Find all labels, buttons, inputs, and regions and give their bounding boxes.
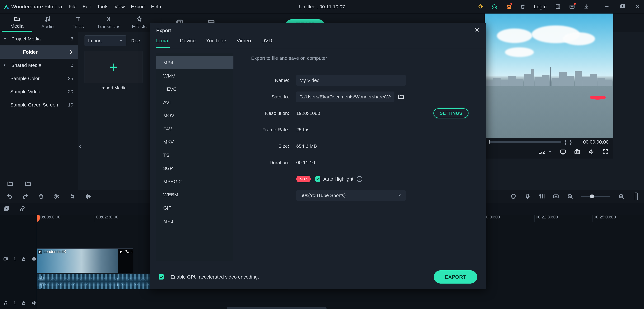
tab-vimeo[interactable]: Vimeo — [236, 38, 251, 47]
zoom-in-icon[interactable] — [618, 193, 624, 199]
tab-media[interactable]: Media — [2, 14, 32, 32]
delete-clip-icon[interactable] — [38, 193, 44, 199]
menu-edit[interactable]: Edit — [82, 4, 91, 9]
highlight-duration-dropdown[interactable]: 60s(YouTube Shorts) — [296, 190, 406, 201]
save-path-input[interactable]: C:/Users/Eka/Documents/Wondershare/Wo — [296, 92, 394, 102]
snapshot-icon[interactable] — [574, 149, 580, 156]
maximize-button[interactable] — [619, 4, 625, 10]
tab-audio[interactable]: Audio — [32, 14, 63, 32]
record-button[interactable]: Rec — [131, 38, 140, 44]
chevron-down-icon — [548, 150, 552, 155]
gpu-checkbox[interactable] — [159, 274, 164, 279]
tips-icon[interactable] — [477, 4, 483, 10]
video-clip-2[interactable]: Paris — [118, 249, 133, 272]
voiceover-icon[interactable] — [524, 193, 531, 199]
sidebar-item-folder[interactable]: Folder 3 — [0, 46, 78, 59]
format-gif[interactable]: GIF — [156, 201, 234, 215]
format-mp4[interactable]: MP4 — [156, 56, 234, 69]
format-mov[interactable]: MOV — [156, 109, 234, 122]
sidebar-item-sample-video[interactable]: Sample Video 20 — [0, 85, 78, 98]
zoom-out-icon[interactable] — [567, 193, 573, 199]
settings-button[interactable]: SETTINGS — [434, 108, 468, 118]
split-icon[interactable] — [54, 193, 60, 199]
eye-icon[interactable] — [32, 256, 36, 261]
minimize-button[interactable] — [604, 4, 610, 10]
timeline-zoom-slider[interactable] — [581, 196, 610, 197]
mark-out-button[interactable]: } — [570, 139, 572, 145]
preview-viewport[interactable] — [484, 14, 614, 138]
volume-icon[interactable] — [588, 149, 594, 156]
download-icon[interactable] — [583, 4, 589, 10]
fullscreen-icon[interactable] — [602, 149, 608, 156]
audio-adjust-icon[interactable] — [85, 193, 92, 199]
scrub-track[interactable] — [490, 141, 562, 143]
preview-timecode: 00:00:00:00 — [575, 139, 608, 145]
login-button[interactable]: LogIn — [534, 4, 547, 10]
format-mpeg2[interactable]: MPEG-2 — [156, 175, 234, 188]
redo-icon[interactable] — [22, 193, 28, 199]
link-icon[interactable] — [19, 206, 26, 212]
tab-transitions[interactable]: Transitions — [94, 14, 124, 32]
duplicate-icon[interactable] — [4, 206, 10, 212]
format-avi[interactable]: AVI — [156, 96, 234, 109]
format-f4v[interactable]: F4V — [156, 122, 234, 135]
undo-icon[interactable] — [6, 193, 12, 199]
video-clip-1[interactable]: London in 4K — [37, 249, 118, 272]
speaker-icon[interactable] — [32, 300, 36, 305]
quality-icon[interactable] — [560, 149, 566, 156]
save-icon[interactable] — [555, 4, 561, 10]
cart-icon[interactable] — [506, 4, 512, 10]
dialog-header: Export — [150, 23, 486, 38]
tab-device[interactable]: Device — [180, 38, 196, 47]
menu-view[interactable]: View — [114, 4, 125, 9]
kayak-decoration — [590, 96, 606, 100]
menu-export[interactable]: Export — [131, 4, 145, 9]
messages-icon[interactable] — [569, 4, 575, 10]
format-ts[interactable]: TS — [156, 149, 234, 162]
support-icon[interactable] — [491, 4, 498, 10]
playhead[interactable] — [37, 215, 37, 309]
folder-icon[interactable] — [25, 180, 31, 187]
format-hevc[interactable]: HEVC — [156, 83, 234, 96]
mark-in-button[interactable]: { — [565, 139, 566, 145]
browse-folder-button[interactable] — [398, 93, 404, 101]
menu-help[interactable]: Help — [151, 4, 161, 9]
timeline-scrollbar[interactable] — [227, 307, 326, 309]
menu-file[interactable]: File — [69, 4, 76, 9]
close-window-button[interactable] — [635, 4, 641, 10]
tab-titles[interactable]: Titles — [63, 14, 94, 32]
sidebar-item-shared-media[interactable]: Shared Media 0 — [0, 59, 78, 72]
sidebar-item-sample-color[interactable]: Sample Color 25 — [0, 72, 78, 85]
format-mkv[interactable]: MKV — [156, 135, 234, 149]
format-webm[interactable]: WEBM — [156, 188, 234, 201]
menu-tools[interactable]: Tools — [97, 4, 108, 9]
dialog-close-button[interactable] — [474, 27, 480, 34]
tab-local[interactable]: Local — [156, 38, 170, 48]
audio-mixer-icon[interactable] — [539, 193, 545, 199]
tab-youtube[interactable]: YouTube — [206, 38, 226, 47]
zoom-fit-icon[interactable] — [635, 192, 638, 200]
audio-track-header[interactable]: 1 — [0, 296, 37, 309]
tab-dvd[interactable]: DVD — [261, 38, 272, 47]
lock-icon[interactable] — [21, 256, 26, 261]
delete-icon[interactable] — [520, 4, 526, 10]
marker-icon[interactable] — [510, 193, 516, 199]
keyframe-icon[interactable] — [553, 193, 559, 199]
preview-zoom-dropdown[interactable]: 1/2 — [538, 150, 552, 155]
export-button[interactable]: EXPORT — [434, 270, 477, 283]
sidebar-item-project-media[interactable]: Project Media 3 — [0, 32, 78, 46]
new-folder-icon[interactable] — [7, 180, 14, 187]
format-wmv[interactable]: WMV — [156, 69, 234, 83]
video-track-header[interactable]: 1 — [0, 248, 37, 269]
lock-icon[interactable] — [21, 300, 26, 305]
collapse-sidebar-button[interactable] — [78, 143, 82, 150]
adjust-icon[interactable] — [70, 193, 76, 199]
name-input[interactable]: My Video — [296, 75, 406, 86]
auto-highlight-checkbox[interactable] — [315, 176, 320, 182]
help-icon[interactable]: ? — [356, 176, 362, 182]
import-dropdown[interactable]: Import — [84, 36, 126, 46]
sidebar-item-sample-green-screen[interactable]: Sample Green Screen 10 — [0, 98, 78, 112]
format-mp3[interactable]: MP3 — [156, 215, 234, 228]
format-3gp[interactable]: 3GP — [156, 162, 234, 175]
import-media-tile[interactable]: + Import Media — [84, 51, 142, 93]
